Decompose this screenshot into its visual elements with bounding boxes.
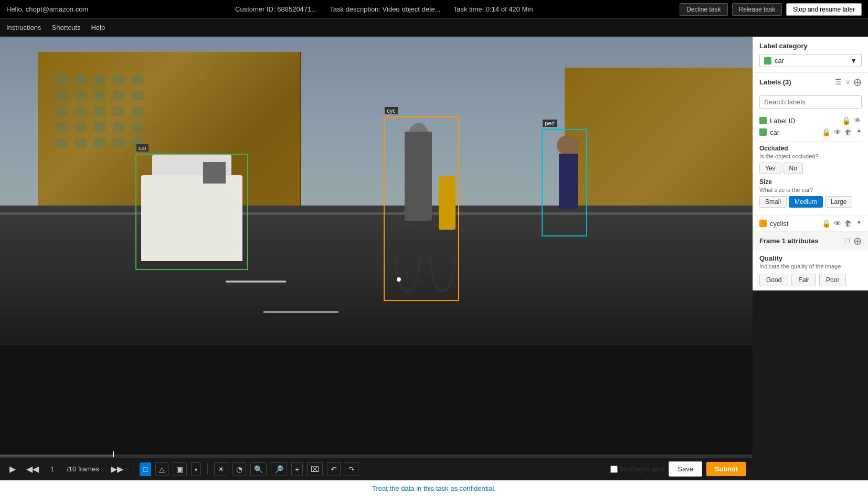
stop-resume-button[interactable]: Stop and resume later	[786, 3, 862, 16]
point-tool-button[interactable]: ▪	[191, 462, 201, 476]
label-cyclist-name: cyclist	[770, 220, 821, 228]
customer-id-text: Customer ID: 688520471...	[235, 5, 317, 13]
confidential-message: Treat the data in this task as confident…	[372, 484, 496, 492]
occluded-title: Occluded	[759, 145, 862, 152]
frame-attributes-header[interactable]: Frame 1 attributes □ ⨁	[753, 232, 868, 250]
fit-button[interactable]: +	[291, 462, 303, 476]
quality-fair-button[interactable]: Fair	[791, 274, 816, 286]
label-car-color	[759, 117, 767, 124]
prev-frame-button[interactable]: ◀◀	[23, 463, 42, 475]
top-bar: Hello, chopt@amazon.com Customer ID: 688…	[0, 0, 868, 19]
search-labels-input[interactable]	[759, 95, 862, 109]
size-question: What size is the car?	[759, 187, 862, 193]
nav-help[interactable]: Help	[91, 24, 105, 31]
label-car-row-actions: 🔒 👁 🗑 ▲	[821, 127, 862, 137]
nav-instructions[interactable]: Instructions	[6, 24, 41, 31]
release-task-button[interactable]: Release task	[732, 3, 782, 16]
greeting-text: Hello, chopt@amazon.com	[6, 5, 88, 13]
nothing-to-label-label[interactable]: Nothing to label	[610, 466, 664, 473]
filter-sort-icon[interactable]: ☰	[834, 77, 842, 87]
zoom-out-button[interactable]: 🔎	[271, 462, 287, 476]
copy-tool-button[interactable]: ▣	[173, 462, 187, 476]
label-car-actions: 🔒 👁	[841, 116, 862, 125]
bbox-tool-button[interactable]: □	[140, 462, 151, 476]
label-car-header: Label ID 🔒 👁	[759, 116, 862, 125]
cyclist-delete-icon[interactable]: 🗑	[844, 219, 852, 228]
top-bar-left: Hello, chopt@amazon.com	[6, 5, 88, 13]
building-windows	[56, 75, 146, 165]
polygon-tool-button[interactable]: △	[155, 462, 168, 476]
label-item-car: Label ID 🔒 👁 car 🔒 👁 🗑 ▲	[753, 113, 868, 215]
separator-2	[207, 464, 208, 475]
redo-button[interactable]: ↷	[345, 462, 358, 476]
nothing-to-label-text: Nothing to label	[621, 466, 664, 473]
top-bar-center: Customer ID: 688520471... Task descripti…	[235, 5, 533, 13]
undo-button[interactable]: ↶	[327, 462, 341, 476]
label-car-lock-icon[interactable]: 🔒	[841, 116, 851, 125]
play-button[interactable]: ▶	[6, 463, 19, 475]
frame-attr-collapse-icon[interactable]: □	[845, 236, 850, 245]
video-canvas[interactable]: car cyc ped	[0, 37, 753, 344]
category-name-text: car	[775, 57, 850, 64]
quality-section: Quality Indicate the quality of the imag…	[753, 250, 868, 290]
filter-icon[interactable]: ▿	[845, 77, 850, 87]
nav-shortcuts[interactable]: Shortcuts	[51, 24, 80, 31]
car-expand-icon[interactable]: ▲	[856, 127, 862, 137]
chevron-down-icon: ▼	[850, 57, 857, 64]
road-line-1	[226, 281, 286, 282]
bottom-info-bar: Treat the data in this task as confident…	[0, 480, 868, 496]
nothing-to-label-checkbox[interactable]	[610, 466, 618, 473]
cyclist-eye-icon[interactable]: 👁	[833, 219, 842, 228]
quality-poor-button[interactable]: Poor	[819, 274, 846, 286]
brightness-button[interactable]: ☀	[214, 462, 228, 476]
cyclist-lock-icon[interactable]: 🔒	[821, 219, 831, 228]
quality-good-button[interactable]: Good	[759, 274, 788, 286]
cyclist-expand-icon[interactable]: ▲	[856, 219, 862, 228]
task-time-text: Task time: 0:14 of 420 Min	[453, 5, 533, 13]
car-delete-icon[interactable]: 🗑	[844, 127, 852, 137]
occluded-no-button[interactable]: No	[784, 163, 803, 174]
size-small-button[interactable]: Small	[759, 196, 787, 208]
labels-icons: ☰ ▿ ⨁	[834, 77, 862, 87]
car-eye-icon[interactable]: 👁	[833, 127, 842, 137]
size-buttons: Small Medium Large	[759, 196, 862, 208]
next-frame-button[interactable]: ▶▶	[108, 463, 126, 475]
car-attributes: Occluded Is the object occluded? Yes No …	[759, 141, 862, 208]
labels-header: Labels (3) ☰ ▿ ⨁	[753, 73, 868, 91]
pedestrian-object	[549, 135, 587, 228]
category-select-dropdown[interactable]: car ▼	[759, 54, 862, 67]
occluded-yes-button[interactable]: Yes	[759, 163, 781, 174]
top-bar-right: Decline task Release task Stop and resum…	[680, 3, 862, 16]
save-button[interactable]: Save	[669, 461, 702, 477]
labels-count-text: Labels (3)	[759, 78, 791, 86]
crop-button[interactable]: ⌧	[307, 462, 323, 476]
label-car-hide-icon[interactable]: 👁	[853, 116, 862, 125]
label-car-name: car	[770, 128, 821, 136]
labels-title: Labels (3)	[759, 78, 791, 86]
label-car-dot	[759, 128, 767, 136]
cyclist-object	[391, 123, 459, 301]
label-car-id-title: Label ID	[770, 117, 841, 125]
expand-all-icon[interactable]: ⨁	[853, 77, 862, 87]
occluded-question: Is the object occluded?	[759, 153, 862, 159]
decline-task-button[interactable]: Decline task	[680, 3, 727, 16]
car-lock-icon[interactable]: 🔒	[821, 127, 831, 137]
frame-attr-expand-icon[interactable]: ⨁	[853, 236, 862, 245]
task-desc-text: Task description: Video object dete...	[330, 5, 441, 13]
road	[0, 206, 753, 344]
frame-current: 1	[50, 465, 54, 473]
occluded-buttons: Yes No	[759, 163, 862, 174]
sidewalk	[0, 212, 753, 215]
timeline-area[interactable]: ▶ ◀◀ 1 /10 frames ▶▶ □ △ ▣ ▪ ☀ ◔ 🔍 🔎 + ⌧…	[0, 344, 753, 480]
label-category-section: Label category car ▼	[753, 37, 868, 73]
size-medium-button[interactable]: Medium	[789, 196, 823, 208]
right-sidebar: Label category car ▼ Labels (3) ☰ ▿ ⨁	[753, 37, 868, 290]
label-item-cyclist: cyclist 🔒 👁 🗑 ▲	[753, 215, 868, 232]
label-car-row: car 🔒 👁 🗑 ▲	[759, 127, 862, 137]
submit-button[interactable]: Submit	[706, 462, 746, 476]
playback-controls: ▶ ◀◀ 1 /10 frames ▶▶ □ △ ▣ ▪ ☀ ◔ 🔍 🔎 + ⌧…	[0, 457, 753, 480]
zoom-in-button[interactable]: 🔍	[250, 462, 267, 476]
contrast-button[interactable]: ◔	[232, 462, 246, 476]
category-color-dot	[764, 57, 771, 64]
size-large-button[interactable]: Large	[825, 196, 853, 208]
